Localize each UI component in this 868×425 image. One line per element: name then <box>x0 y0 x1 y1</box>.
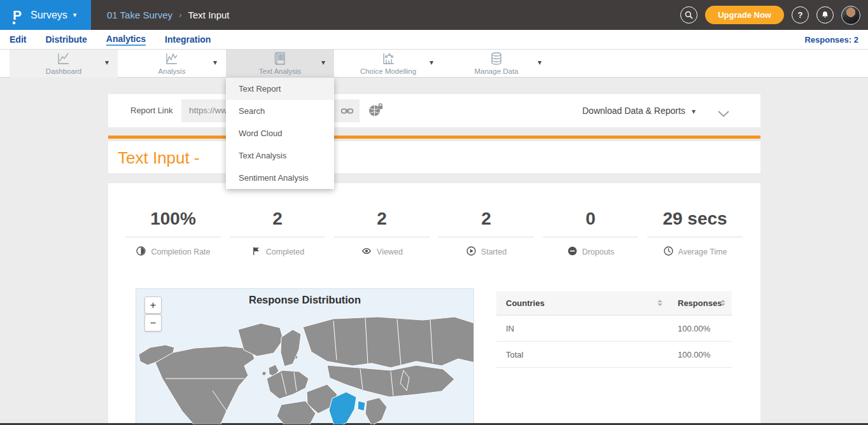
responses-cell: 100.00% <box>678 316 710 342</box>
eye-icon <box>361 246 372 258</box>
report-url-value: https://ww <box>189 99 227 122</box>
breadcrumb: 01 Take Survey › Text Input <box>107 0 230 30</box>
stats-row: 100% Completion Rate 2 Completed 2 Viewe… <box>121 209 747 258</box>
app-screen: P Surveys ▾ 01 Take Survey › Text Input … <box>0 0 868 425</box>
caret-down-icon[interactable]: ▾ <box>105 58 109 67</box>
header-actions: Upgrade Now ? <box>680 0 860 30</box>
caret-down-icon[interactable]: ▾ <box>321 58 325 67</box>
tab-label: Text Analysis <box>226 67 334 75</box>
world-map[interactable] <box>136 289 474 425</box>
upgrade-now-button[interactable]: Upgrade Now <box>705 6 784 24</box>
survey-nav: Edit Distribute Analytics Integration Re… <box>0 30 868 50</box>
stat-label: Dropouts <box>582 247 615 256</box>
bell-icon <box>820 10 830 20</box>
countries-table: Countries Responses IN 100.00% Total 100… <box>496 291 732 368</box>
app-name: Surveys <box>31 10 67 21</box>
divider <box>230 237 325 237</box>
sort-icon[interactable] <box>720 300 725 306</box>
menu-item-search[interactable]: Search <box>226 100 334 122</box>
stat-value: 0 <box>538 209 643 229</box>
tab-analysis[interactable]: Analysis ▾ <box>118 50 226 78</box>
caret-down-icon[interactable]: ▾ <box>430 58 433 67</box>
download-data-reports-menu[interactable]: Download Data & Reports▾ <box>582 94 696 127</box>
tab-manage-data[interactable]: Manage Data ▾ <box>442 50 550 78</box>
country-cell: Total <box>506 342 523 368</box>
stat-value: 100% <box>121 209 225 229</box>
stat-value: 29 secs <box>643 209 747 229</box>
scatter-chart-icon <box>381 51 396 69</box>
tab-label: Dashboard <box>10 67 118 75</box>
stat-completed: 2 Completed <box>225 209 330 258</box>
question-title-card: Text Input - <box>108 141 760 173</box>
divider <box>438 237 534 237</box>
responses-cell: 100.00% <box>678 342 710 368</box>
menu-item-sentiment-analysis[interactable]: Sentiment Analysis <box>226 167 334 189</box>
table-row-total: Total 100.00% <box>496 342 732 368</box>
text-analysis-dropdown-menu: Text Report Search Word Cloud Text Analy… <box>226 78 334 189</box>
notifications-button[interactable] <box>816 6 834 24</box>
accent-divider <box>108 136 760 139</box>
page-title: Text Input - <box>118 141 204 173</box>
stat-value: 2 <box>330 209 434 229</box>
divider <box>125 237 221 237</box>
dashboard-chart-icon <box>56 51 71 69</box>
search-button[interactable] <box>680 6 697 24</box>
caret-down-icon[interactable]: ▾ <box>213 58 217 67</box>
stat-label: Viewed <box>377 247 403 256</box>
tab-label: Analysis <box>118 67 226 75</box>
text-report-icon <box>272 51 288 69</box>
link-icon[interactable] <box>340 104 354 121</box>
minus-circle-icon <box>567 246 578 258</box>
caret-down-icon: ▾ <box>692 107 696 116</box>
nav-item-distribute[interactable]: Distribute <box>45 34 87 45</box>
tab-text-analysis[interactable]: Text Analysis ▾ <box>226 50 334 78</box>
report-link-card: Report Link https://ww Download Data & R… <box>108 94 760 127</box>
surveys-product-menu[interactable]: P Surveys ▾ <box>0 0 91 30</box>
divider <box>543 237 638 237</box>
nav-item-analytics[interactable]: Analytics <box>106 34 146 46</box>
stat-value: 2 <box>225 209 330 229</box>
nav-item-integration[interactable]: Integration <box>165 34 211 45</box>
menu-item-word-cloud[interactable]: Word Cloud <box>226 122 334 144</box>
divider <box>647 237 743 237</box>
breadcrumb-survey-name[interactable]: 01 Take Survey <box>107 10 172 20</box>
breadcrumb-separator: › <box>179 10 181 20</box>
stat-label: Completion Rate <box>151 247 210 256</box>
nav-item-edit[interactable]: Edit <box>10 34 26 45</box>
analysis-chart-icon <box>164 51 179 69</box>
sort-icon[interactable] <box>657 300 662 306</box>
flag-icon <box>251 246 262 258</box>
divider <box>334 237 430 237</box>
stat-value: 2 <box>434 209 538 229</box>
tab-dashboard[interactable]: Dashboard ▾ <box>10 50 118 78</box>
map-title: Response Distribution <box>136 294 473 306</box>
help-button[interactable]: ? <box>792 6 809 24</box>
stat-dropouts: 0 Dropouts <box>538 209 643 258</box>
tab-label: Choice Modelling <box>334 67 442 75</box>
stat-average-time: 29 secs Average Time <box>643 209 747 258</box>
analytics-summary-card: 100% Completion Rate 2 Completed 2 Viewe… <box>108 183 760 425</box>
responses-count: Responses: 2 <box>804 35 858 45</box>
map-zoom-in-button[interactable]: + <box>144 296 162 314</box>
menu-item-text-analysis[interactable]: Text Analysis <box>226 144 334 167</box>
stat-completion-rate: 100% Completion Rate <box>121 209 225 258</box>
stat-started: 2 Started <box>434 209 538 258</box>
user-avatar[interactable] <box>841 6 860 25</box>
globe-lock-icon[interactable] <box>368 102 384 120</box>
map-zoom-out-button[interactable]: − <box>144 314 162 331</box>
report-link-label: Report Link <box>130 94 172 127</box>
menu-item-text-report[interactable]: Text Report <box>226 78 334 100</box>
column-header-countries[interactable]: Countries <box>506 291 545 316</box>
response-distribution-map[interactable]: Response Distribution + − <box>136 288 474 425</box>
stat-label: Average Time <box>678 247 727 256</box>
play-icon <box>466 246 477 258</box>
caret-down-icon[interactable]: ▾ <box>538 58 542 67</box>
clock-icon <box>663 246 674 258</box>
breadcrumb-current-page: Text Input <box>188 10 229 20</box>
tab-choice-modelling[interactable]: Choice Modelling ▾ <box>334 50 442 78</box>
tab-label: Manage Data <box>442 67 550 75</box>
search-icon <box>684 10 694 20</box>
collapse-section-chevron-icon[interactable] <box>718 108 729 120</box>
column-header-responses[interactable]: Responses <box>678 291 722 316</box>
table-row: IN 100.00% <box>496 316 732 342</box>
